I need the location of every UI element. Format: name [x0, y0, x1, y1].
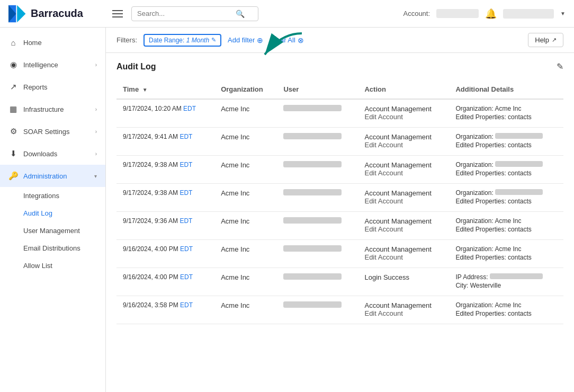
- date-range-filter-chip[interactable]: Date Range: 1 Month ✎: [144, 34, 221, 47]
- chevron-right-icon: ›: [95, 62, 97, 68]
- table-row[interactable]: 9/17/2024, 9:36 AM EDT Acme Inc Account …: [116, 212, 563, 240]
- search-input[interactable]: [137, 10, 232, 17]
- column-header-user: User: [277, 80, 358, 99]
- time-edt: EDT: [180, 217, 192, 225]
- action-primary: Login Success: [364, 273, 443, 281]
- sidebar-item-reports[interactable]: ↗ Reports: [0, 76, 105, 98]
- table-row[interactable]: 9/16/2024, 4:00 PM EDT Acme Inc Login Su…: [116, 268, 563, 296]
- details-cell: Organization: Acme IncEdited Properties:…: [449, 240, 563, 268]
- detail-line: Edited Properties: contacts: [455, 226, 557, 233]
- sidebar-item-downloads[interactable]: ⬇ Downloads ›: [0, 142, 105, 165]
- details-cell: Organization: Acme IncEdited Properties:…: [449, 296, 563, 324]
- soar-settings-icon: ⚙: [8, 127, 18, 136]
- user-cell: [277, 268, 358, 296]
- details-cell: Organization: Acme IncEdited Properties:…: [449, 212, 563, 240]
- time-edt: EDT: [183, 105, 196, 112]
- action-secondary: Edit Account: [364, 113, 443, 121]
- action-secondary: Edit Account: [364, 309, 443, 317]
- add-filter-button[interactable]: Add filter ⊕: [228, 36, 263, 44]
- column-header-time[interactable]: Time ▼: [116, 80, 214, 99]
- organization-cell: Acme Inc: [214, 184, 277, 212]
- sidebar-item-soar-settings[interactable]: ⚙ SOAR Settings ›: [0, 120, 105, 142]
- detail-line: Organization: Acme Inc: [455, 301, 557, 309]
- user-dropdown-icon[interactable]: ▼: [560, 11, 566, 16]
- details-cell: Organization: Edited Properties: contact…: [449, 184, 563, 212]
- table-row[interactable]: 9/16/2024, 3:58 PM EDT Acme Inc Account …: [116, 296, 563, 324]
- sidebar-item-infrastructure[interactable]: ▦ Infrastructure ›: [0, 98, 105, 120]
- svg-marker-1: [17, 5, 25, 22]
- sidebar-subitem-label: Integrations: [23, 192, 59, 200]
- detail-line: Edited Properties: contacts: [455, 310, 557, 317]
- action-primary: Account Management: [364, 189, 443, 197]
- table-row[interactable]: 9/17/2024, 9:38 AM EDT Acme Inc Account …: [116, 156, 563, 184]
- time-cell: 9/17/2024, 9:41 AM EDT: [116, 128, 214, 156]
- action-secondary: Edit Account: [364, 197, 443, 205]
- action-secondary: Edit Account: [364, 141, 443, 149]
- organization-cell: Acme Inc: [214, 296, 277, 324]
- edit-pencil-icon[interactable]: ✎: [557, 61, 563, 72]
- user-cell: [277, 184, 358, 212]
- action-primary: Account Management: [364, 161, 443, 169]
- action-secondary: Edit Account: [364, 169, 443, 177]
- bell-notification-icon[interactable]: 🔔: [485, 8, 497, 20]
- help-button[interactable]: Help ↗: [528, 33, 563, 47]
- sidebar-item-intelligence[interactable]: ◉ Intelligence ›: [0, 54, 105, 76]
- clear-all-button[interactable]: Clear All ⊗: [270, 36, 303, 44]
- table-row[interactable]: 9/16/2024, 4:00 PM EDT Acme Inc Account …: [116, 240, 563, 268]
- date-range-filter-label: Date Range: 1 Month: [149, 37, 209, 44]
- external-link-icon: ↗: [552, 37, 557, 43]
- sidebar-subitem-label: Email Distributions: [23, 244, 80, 252]
- filter-bar: Filters: Date Range: 1 Month ✎ Add filte…: [106, 28, 574, 53]
- sidebar: ⌂ Home ◉ Intelligence › ↗ Reports ▦ Infr…: [0, 28, 106, 392]
- detail-line: Organization:: [455, 133, 557, 140]
- clear-all-label: Clear All: [270, 36, 295, 44]
- time-edt: EDT: [180, 161, 192, 168]
- audit-log-title: Audit Log: [116, 62, 156, 72]
- detail-line: Organization: Acme Inc: [455, 217, 557, 225]
- edit-filter-icon: ✎: [211, 37, 216, 43]
- sidebar-subitem-audit-log[interactable]: Audit Log: [0, 204, 105, 222]
- action-secondary: Edit Account: [364, 225, 443, 233]
- sidebar-item-label: Administration: [23, 172, 67, 180]
- sidebar-item-home[interactable]: ⌂ Home: [0, 32, 105, 54]
- column-header-additional-details: Additional Details: [449, 80, 563, 99]
- detail-line: Organization: Acme Inc: [455, 105, 557, 112]
- logo-text: Barracuda: [31, 7, 83, 20]
- sidebar-subitem-user-management[interactable]: User Management: [0, 222, 105, 239]
- action-cell: Login Success: [358, 268, 449, 296]
- detail-line: Organization:: [455, 189, 557, 197]
- user-cell: [277, 99, 358, 128]
- hamburger-menu-icon[interactable]: [110, 8, 125, 20]
- plus-circle-icon: ⊕: [257, 36, 263, 44]
- time-edt: EDT: [180, 133, 192, 140]
- search-box[interactable]: 🔍: [131, 6, 258, 21]
- user-cell: [277, 128, 358, 156]
- search-icon: 🔍: [236, 10, 245, 18]
- sidebar-item-administration[interactable]: 🔑 Administration ▾: [0, 165, 105, 187]
- logo: Barracuda: [8, 4, 104, 23]
- detail-line: Edited Properties: contacts: [455, 254, 557, 261]
- sidebar-subitem-email-distributions[interactable]: Email Distributions: [0, 239, 105, 257]
- sidebar-subitem-allow-list[interactable]: Allow List: [0, 257, 105, 274]
- action-cell: Account Management Edit Account: [358, 99, 449, 128]
- action-secondary: Edit Account: [364, 253, 443, 261]
- action-primary: Account Management: [364, 245, 443, 253]
- sidebar-item-label: Infrastructure: [23, 105, 64, 113]
- sidebar-subitem-integrations[interactable]: Integrations: [0, 187, 105, 204]
- table-row[interactable]: 9/17/2024, 9:41 AM EDT Acme Inc Account …: [116, 128, 563, 156]
- time-edt: EDT: [180, 301, 193, 309]
- chevron-down-icon: ▾: [94, 173, 97, 179]
- detail-line: Organization: Acme Inc: [455, 245, 557, 253]
- sidebar-item-label: SOAR Settings: [23, 128, 69, 136]
- time-cell: 9/16/2024, 3:58 PM EDT: [116, 296, 214, 324]
- audit-log-header: Audit Log ✎: [116, 61, 563, 72]
- table-row[interactable]: 9/17/2024, 9:38 AM EDT Acme Inc Account …: [116, 184, 563, 212]
- user-cell: [277, 240, 358, 268]
- user-cell: [277, 212, 358, 240]
- table-row[interactable]: 9/17/2024, 10:20 AM EDT Acme Inc Account…: [116, 99, 563, 128]
- organization-cell: Acme Inc: [214, 128, 277, 156]
- infrastructure-icon: ▦: [8, 104, 18, 114]
- audit-log-table: Time ▼ Organization User Action: [116, 80, 563, 324]
- column-header-action: Action: [358, 80, 449, 99]
- help-label: Help: [535, 36, 549, 44]
